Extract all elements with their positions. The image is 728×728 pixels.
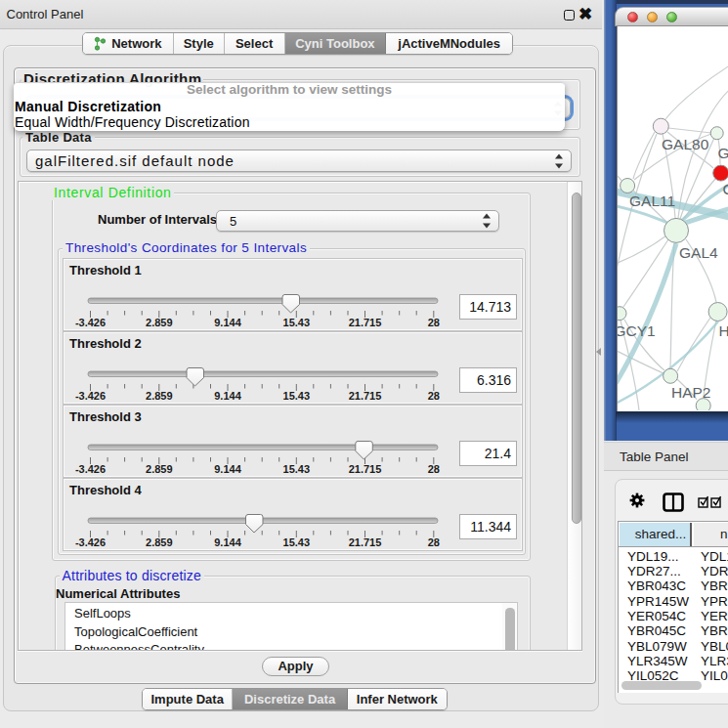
svg-text:28: 28 [428,390,440,402]
svg-text:-3.426: -3.426 [75,536,106,548]
svg-text:9.144: 9.144 [214,317,241,328]
svg-text:2.859: 2.859 [146,390,173,402]
svg-text:28: 28 [428,463,440,475]
svg-text:GAL11: GAL11 [629,193,675,209]
svg-text:9.144: 9.144 [214,463,241,475]
svg-text:-3.426: -3.426 [75,463,106,475]
svg-text:CY: CY [723,181,728,197]
svg-text:HA: HA [719,322,728,339]
svg-text:HAP2: HAP2 [671,384,711,401]
svg-text:28: 28 [428,536,440,548]
svg-text:GAL80: GAL80 [662,136,709,152]
svg-text:GCY1: GCY1 [618,322,656,339]
svg-text:21.715: 21.715 [349,390,382,402]
svg-text:15.43: 15.43 [283,390,311,402]
svg-text:28: 28 [428,317,440,328]
svg-text:-3.426: -3.426 [75,317,106,328]
svg-text:2.859: 2.859 [146,317,173,328]
svg-text:9.144: 9.144 [214,390,241,402]
svg-text:-3.426: -3.426 [75,390,106,402]
svg-text:GAL4: GAL4 [679,244,718,261]
svg-text:21.715: 21.715 [349,463,382,475]
svg-text:21.715: 21.715 [349,317,382,328]
svg-text:15.43: 15.43 [283,317,311,328]
svg-text:9.144: 9.144 [214,536,241,548]
svg-text:21.715: 21.715 [349,536,382,548]
svg-text:15.43: 15.43 [283,536,311,548]
svg-text:15.43: 15.43 [283,463,311,475]
svg-text:2.859: 2.859 [146,536,173,548]
svg-text:GA: GA [718,145,728,161]
svg-text:2.859: 2.859 [146,463,173,475]
